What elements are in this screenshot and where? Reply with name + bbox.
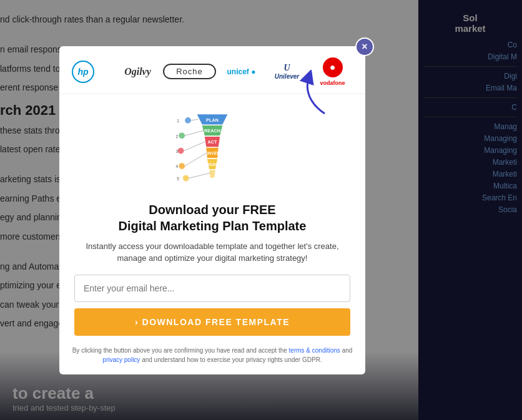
svg-line-18: [185, 130, 204, 135]
terms-link[interactable]: terms & conditions: [289, 347, 340, 354]
svg-text:1: 1: [177, 119, 179, 123]
svg-point-4: [183, 175, 189, 181]
modal: × hp Ogilvy Roche unicef ● UUnilever ● v…: [59, 46, 365, 374]
svg-line-24: [189, 173, 210, 178]
svg-text:ENGAGE: ENGAGE: [204, 162, 222, 167]
svg-point-2: [178, 147, 184, 154]
email-input-wrapper[interactable]: [74, 275, 350, 302]
privacy-link[interactable]: privacy policy: [102, 356, 140, 363]
funnel-diagram: PLAN REACH ACT CONVERT ENGAGE 1 2 3 4: [172, 103, 253, 197]
svg-text:REACH: REACH: [204, 128, 220, 134]
close-icon: ×: [362, 41, 367, 52]
svg-point-0: [185, 117, 191, 124]
logo-unicef: unicef ●: [221, 67, 262, 76]
svg-text:PLAN: PLAN: [206, 117, 219, 122]
svg-text:CONVERT: CONVERT: [202, 151, 222, 155]
svg-text:2: 2: [176, 134, 179, 138]
svg-point-3: [179, 163, 185, 169]
svg-marker-15: [209, 170, 215, 177]
svg-text:ACT: ACT: [208, 139, 218, 145]
arrow-annotation: [290, 70, 334, 122]
svg-point-1: [179, 132, 185, 139]
logo-hp: hp: [72, 61, 112, 83]
svg-text:5: 5: [177, 176, 179, 180]
modal-close-button[interactable]: ×: [355, 37, 374, 56]
arrow-svg: [290, 70, 334, 120]
modal-subtitle: Instantly access your downloadable templ…: [59, 234, 365, 265]
svg-text:4: 4: [176, 164, 179, 168]
logo-ogilvy: Ogilvy: [117, 66, 158, 77]
email-input[interactable]: [84, 283, 341, 293]
logo-roche: Roche: [163, 64, 216, 79]
svg-text:3: 3: [176, 149, 179, 153]
svg-line-16: [191, 119, 198, 120]
modal-title: Download your FREE Digital Marketing Pla…: [59, 202, 365, 234]
svg-line-20: [184, 142, 205, 151]
modal-legal: By clicking the button above you are con…: [59, 343, 365, 374]
download-button[interactable]: › DOWNLOAD FREE TEMPLATE: [74, 308, 350, 336]
